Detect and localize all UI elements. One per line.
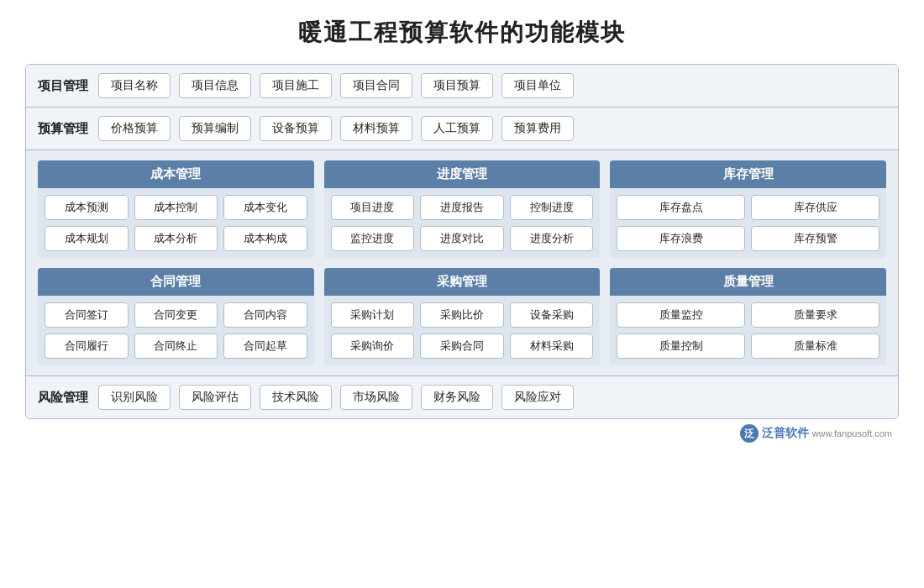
chip-row1-1[interactable]: 项目信息	[179, 73, 251, 98]
module-contract-header: 合同管理	[38, 268, 314, 296]
chip-cost-3[interactable]: 成本规划	[45, 226, 129, 251]
module-procurement: 采购管理 采购计划 采购比价 设备采购 采购询价 采购合同 材料采购	[324, 268, 601, 365]
module-procurement-body: 采购计划 采购比价 设备采购 采购询价 采购合同 材料采购	[324, 296, 601, 365]
chip-contract-1[interactable]: 合同变更	[134, 302, 218, 328]
module-inventory-header: 库存管理	[610, 160, 886, 188]
chip-procurement-1[interactable]: 采购比价	[420, 302, 504, 328]
chip-row3-5[interactable]: 风险应对	[501, 385, 574, 410]
chip-progress-5[interactable]: 进度分析	[510, 226, 594, 251]
module-progress: 进度管理 项目进度 进度报告 控制进度 监控进度 进度对比 进度分析	[324, 160, 601, 258]
chip-procurement-2[interactable]: 设备采购	[510, 302, 594, 328]
chip-progress-4[interactable]: 进度对比	[420, 226, 504, 251]
module-quality-header: 质量管理	[610, 268, 886, 296]
chip-row1-0[interactable]: 项目名称	[98, 73, 171, 98]
module-inventory-body: 库存盘点 库存供应 库存浪费 库存预警	[610, 188, 886, 258]
chip-inventory-1[interactable]: 库存供应	[751, 195, 879, 220]
chip-row3-1[interactable]: 风险评估	[179, 385, 251, 410]
row-budget-management: 预算管理 价格预算 预算编制 设备预算 材料预算 人工预算 预算费用	[26, 108, 898, 150]
chip-row2-2[interactable]: 设备预算	[260, 116, 332, 141]
chip-progress-3[interactable]: 监控进度	[331, 226, 415, 251]
footer-brand: 泛 泛普软件 www.fanpusoft.com	[25, 419, 899, 444]
chip-contract-2[interactable]: 合同内容	[223, 302, 307, 328]
module-quality: 质量管理 质量监控 质量要求 质量控制 质量标准	[610, 268, 886, 365]
module-cost-row1: 成本预测 成本控制 成本变化	[45, 195, 307, 220]
modules-top-row: 成本管理 成本预测 成本控制 成本变化 成本规划 成本分析 成本构成 进	[38, 160, 886, 258]
chip-cost-2[interactable]: 成本变化	[223, 195, 307, 220]
row-risk-management: 风险管理 识别风险 风险评估 技术风险 市场风险 财务风险 风险应对	[26, 376, 898, 418]
module-quality-row2: 质量控制 质量标准	[617, 333, 879, 359]
module-inventory-row1: 库存盘点 库存供应	[617, 195, 879, 220]
chip-row1-2[interactable]: 项目施工	[260, 73, 332, 98]
chip-row3-0[interactable]: 识别风险	[98, 385, 171, 410]
row-project-management: 项目管理 项目名称 项目信息 项目施工 项目合同 项目预算 项目单位	[26, 65, 898, 108]
row2-label: 预算管理	[38, 121, 90, 137]
chip-procurement-0[interactable]: 采购计划	[331, 302, 415, 328]
row3-label: 风险管理	[38, 390, 90, 406]
chip-row3-3[interactable]: 市场风险	[340, 385, 412, 410]
chip-row2-1[interactable]: 预算编制	[179, 116, 251, 141]
module-progress-row2: 监控进度 进度对比 进度分析	[331, 226, 594, 251]
module-quality-body: 质量监控 质量要求 质量控制 质量标准	[610, 296, 886, 365]
chip-row2-5[interactable]: 预算费用	[501, 116, 574, 141]
chip-progress-1[interactable]: 进度报告	[420, 195, 504, 220]
chip-cost-0[interactable]: 成本预测	[45, 195, 129, 220]
chip-quality-0[interactable]: 质量监控	[617, 302, 745, 328]
module-quality-row1: 质量监控 质量要求	[617, 302, 879, 328]
chip-row3-2[interactable]: 技术风险	[260, 385, 332, 410]
module-cost-body: 成本预测 成本控制 成本变化 成本规划 成本分析 成本构成	[38, 188, 314, 258]
module-cost-header: 成本管理	[38, 160, 314, 188]
row1-label: 项目管理	[38, 78, 90, 94]
chip-inventory-2[interactable]: 库存浪费	[617, 226, 745, 251]
chip-contract-4[interactable]: 合同终止	[134, 333, 218, 359]
chip-row2-4[interactable]: 人工预算	[421, 116, 493, 141]
module-inventory-row2: 库存浪费 库存预警	[617, 226, 879, 251]
chip-quality-1[interactable]: 质量要求	[751, 302, 879, 328]
module-inventory: 库存管理 库存盘点 库存供应 库存浪费 库存预警	[610, 160, 886, 258]
chip-cost-4[interactable]: 成本分析	[134, 226, 218, 251]
chip-quality-3[interactable]: 质量标准	[751, 333, 879, 359]
chip-cost-1[interactable]: 成本控制	[134, 195, 218, 220]
brand-icon: 泛	[740, 424, 759, 443]
module-progress-header: 进度管理	[324, 160, 601, 188]
chip-inventory-0[interactable]: 库存盘点	[617, 195, 745, 220]
module-procurement-row2: 采购询价 采购合同 材料采购	[331, 333, 594, 359]
module-progress-body: 项目进度 进度报告 控制进度 监控进度 进度对比 进度分析	[324, 188, 601, 258]
brand-url: www.fanpusoft.com	[812, 428, 892, 438]
chip-cost-5[interactable]: 成本构成	[223, 226, 307, 251]
chip-progress-2[interactable]: 控制进度	[510, 195, 594, 220]
module-procurement-row1: 采购计划 采购比价 设备采购	[331, 302, 594, 328]
modules-bottom-row: 合同管理 合同签订 合同变更 合同内容 合同履行 合同终止 合同起草 采	[38, 268, 886, 365]
chip-contract-5[interactable]: 合同起草	[223, 333, 307, 359]
page-title: 暖通工程预算软件的功能模块	[298, 17, 626, 49]
chip-row1-4[interactable]: 项目预算	[421, 73, 493, 98]
chip-contract-0[interactable]: 合同签订	[45, 302, 129, 328]
brand-logo: 泛 泛普软件	[740, 424, 809, 443]
chip-row2-3[interactable]: 材料预算	[340, 116, 412, 141]
brand-name: 泛普软件	[762, 426, 809, 441]
module-procurement-header: 采购管理	[324, 268, 601, 296]
chip-procurement-5[interactable]: 材料采购	[510, 333, 594, 359]
chip-quality-2[interactable]: 质量控制	[617, 333, 745, 359]
module-contract-row2: 合同履行 合同终止 合同起草	[45, 333, 307, 359]
chip-row3-4[interactable]: 财务风险	[421, 385, 493, 410]
chip-contract-3[interactable]: 合同履行	[45, 333, 129, 359]
chip-inventory-3[interactable]: 库存预警	[751, 226, 879, 251]
chip-procurement-3[interactable]: 采购询价	[331, 333, 415, 359]
chip-progress-0[interactable]: 项目进度	[331, 195, 415, 220]
modules-grid: 成本管理 成本预测 成本控制 成本变化 成本规划 成本分析 成本构成 进	[26, 150, 898, 376]
main-container: 项目管理 项目名称 项目信息 项目施工 项目合同 项目预算 项目单位 预算管理 …	[25, 64, 899, 419]
module-contract-row1: 合同签订 合同变更 合同内容	[45, 302, 307, 328]
module-cost: 成本管理 成本预测 成本控制 成本变化 成本规划 成本分析 成本构成	[38, 160, 314, 258]
chip-row1-3[interactable]: 项目合同	[340, 73, 412, 98]
chip-procurement-4[interactable]: 采购合同	[420, 333, 504, 359]
chip-row1-5[interactable]: 项目单位	[501, 73, 574, 98]
module-progress-row1: 项目进度 进度报告 控制进度	[331, 195, 594, 220]
module-cost-row2: 成本规划 成本分析 成本构成	[45, 226, 307, 251]
module-contract: 合同管理 合同签订 合同变更 合同内容 合同履行 合同终止 合同起草	[38, 268, 314, 365]
chip-row2-0[interactable]: 价格预算	[98, 116, 171, 141]
module-contract-body: 合同签订 合同变更 合同内容 合同履行 合同终止 合同起草	[38, 296, 314, 365]
